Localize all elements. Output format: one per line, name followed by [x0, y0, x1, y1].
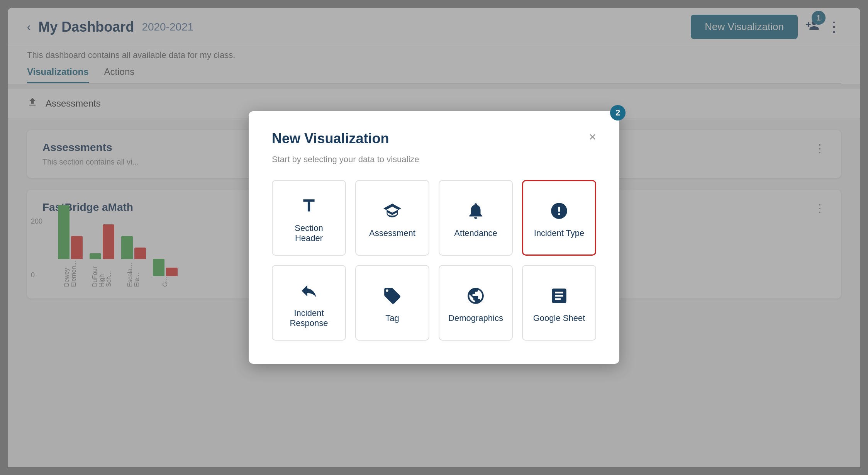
option-section-header-label: Section Header — [280, 223, 337, 243]
exclamation-icon — [549, 201, 569, 221]
tag-icon — [383, 286, 402, 305]
option-tag-label: Tag — [385, 313, 399, 323]
option-assessment[interactable]: Assessment — [355, 180, 429, 256]
modal-overlay: 2 New Visualization × Start by selecting… — [0, 0, 868, 475]
globe-icon — [466, 286, 485, 305]
option-demographics[interactable]: Demographics — [439, 265, 513, 341]
option-incident-type[interactable]: Incident Type — [522, 180, 596, 256]
option-incident-response-label: Incident Response — [280, 308, 337, 328]
option-attendance[interactable]: Attendance — [439, 180, 513, 256]
option-assessment-label: Assessment — [369, 228, 415, 238]
option-google-sheet-label: Google Sheet — [533, 313, 585, 323]
modal-subtitle: Start by selecting your data to visualiz… — [272, 154, 596, 165]
option-attendance-label: Attendance — [454, 228, 497, 238]
reply-icon — [299, 281, 319, 300]
option-incident-type-label: Incident Type — [534, 228, 584, 238]
option-tag[interactable]: Tag — [355, 265, 429, 341]
option-demographics-label: Demographics — [448, 313, 503, 323]
modal-title: New Visualization — [272, 131, 389, 147]
modal-header: New Visualization × — [272, 131, 596, 147]
text-icon — [299, 196, 319, 215]
modal-badge-2: 2 — [610, 105, 626, 120]
graduation-icon — [383, 201, 402, 221]
modal-close-button[interactable]: × — [589, 131, 596, 143]
options-grid: Section Header Assessment Attendance — [272, 180, 596, 341]
sheet-icon — [549, 286, 569, 305]
new-visualization-modal: 2 New Visualization × Start by selecting… — [249, 111, 619, 364]
bell-icon — [466, 201, 485, 221]
option-google-sheet[interactable]: Google Sheet — [522, 265, 596, 341]
option-incident-response[interactable]: Incident Response — [272, 265, 346, 341]
option-section-header[interactable]: Section Header — [272, 180, 346, 256]
